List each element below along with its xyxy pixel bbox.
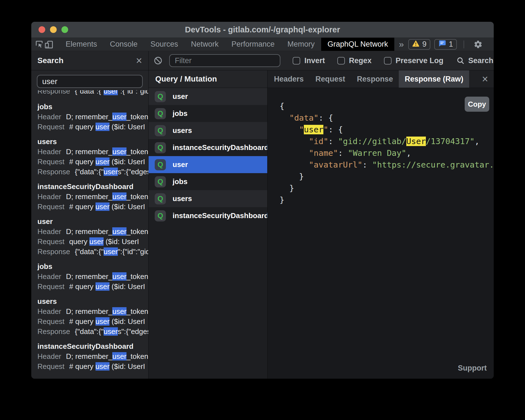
- search-result-section: userHeaderD; remember_user_token=eReques…: [37, 216, 148, 257]
- preserve-log-checkbox[interactable]: [384, 57, 392, 65]
- search-results: Response{"data":{"user":{"id":"gid jobsH…: [31, 90, 148, 379]
- result-operation-name: users: [37, 137, 148, 147]
- preserve-log-label: Preserve Log: [396, 56, 443, 65]
- close-window-button[interactable]: [39, 26, 45, 33]
- query-item-label: user: [173, 92, 188, 101]
- clipped-result-line-text: Response{"data":{"user":{"id":"gid: [37, 90, 148, 96]
- query-list: QuserQjobsQusersQinstanceSecurityDashboa…: [149, 88, 267, 224]
- toolbar-row: Search × Invert Regex Preserve Log: [31, 51, 494, 70]
- tab-request[interactable]: Request: [310, 70, 351, 88]
- response-raw-content: Copy { "data": { "user": { "id": "gid://…: [268, 88, 494, 379]
- query-list-item[interactable]: Qusers: [149, 190, 267, 207]
- settings-gear-icon[interactable]: [474, 40, 483, 49]
- search-result-line[interactable]: HeaderD; remember_user_token=e: [37, 271, 148, 281]
- query-list-item[interactable]: Quser: [149, 88, 267, 105]
- result-operation-name: jobs: [37, 102, 148, 112]
- query-mutation-panel: Query / Mutation QuserQjobsQusersQinstan…: [149, 70, 268, 379]
- search-input[interactable]: [37, 75, 143, 88]
- query-panel-title: Query / Mutation: [149, 70, 267, 88]
- query-list-item[interactable]: QinstanceSecurityDashboard: [149, 139, 267, 156]
- query-type-icon: Q: [155, 210, 166, 221]
- tab-console[interactable]: Console: [104, 38, 144, 51]
- search-result-line[interactable]: HeaderD; remember_user_token=e: [37, 351, 148, 361]
- search-result-line[interactable]: HeaderD; remember_user_token=e: [37, 306, 148, 316]
- response-raw-json: { "data": { "user": { "id": "gid://gitla…: [268, 88, 494, 206]
- query-item-label: jobs: [173, 177, 187, 186]
- devtools-window: DevTools - gitlab.com/-/graphql-explorer…: [31, 22, 494, 379]
- result-operation-name: instanceSecurityDashboard: [37, 341, 148, 351]
- search-result-line[interactable]: Request# query user ($id: UserI: [37, 361, 148, 371]
- search-result-line[interactable]: HeaderD; remember_user_token=e: [37, 147, 148, 157]
- filter-bar: Invert Regex Preserve Log Search: [149, 51, 494, 70]
- filter-input[interactable]: [169, 54, 280, 67]
- search-icon: [456, 56, 465, 65]
- search-result-line[interactable]: HeaderD; remember_user_token=e: [37, 192, 148, 202]
- query-list-item[interactable]: Quser: [149, 156, 267, 173]
- search-result-line[interactable]: Request# query user ($id: UserI: [37, 316, 148, 326]
- devtools-tabbar: Elements Console Sources Network Perform…: [31, 38, 494, 51]
- regex-label: Regex: [349, 56, 372, 65]
- device-toolbar-icon[interactable]: [44, 38, 54, 51]
- tab-network[interactable]: Network: [185, 38, 225, 51]
- more-tabs-icon[interactable]: »: [394, 38, 408, 51]
- query-list-item[interactable]: Qjobs: [149, 173, 267, 190]
- inspect-element-icon[interactable]: [35, 38, 44, 51]
- search-result-line[interactable]: HeaderD; remember_user_token=e: [37, 112, 148, 122]
- search-result-line[interactable]: Request# query user ($id: UserI: [37, 202, 148, 212]
- tab-response-raw[interactable]: Response (Raw): [399, 70, 469, 88]
- query-item-label: users: [173, 126, 192, 135]
- copy-button[interactable]: Copy: [465, 97, 489, 112]
- invert-checkbox[interactable]: [293, 57, 300, 65]
- query-type-icon: Q: [155, 108, 166, 119]
- traffic-lights: [39, 22, 68, 37]
- detail-close-icon[interactable]: ×: [482, 70, 488, 88]
- search-close-icon[interactable]: ×: [136, 55, 142, 66]
- clipped-result-line[interactable]: Response{"data":{"user":{"id":"gid: [37, 90, 148, 97]
- search-result-section: jobsHeaderD; remember_user_token=eReques…: [37, 102, 148, 132]
- tab-memory[interactable]: Memory: [281, 38, 321, 51]
- maximize-window-button[interactable]: [61, 26, 68, 33]
- tab-elements[interactable]: Elements: [59, 38, 104, 51]
- search-toggle[interactable]: Search: [456, 56, 493, 65]
- query-item-label: users: [173, 194, 192, 203]
- search-result-line[interactable]: Request# query user ($id: UserI: [37, 281, 148, 292]
- warning-count: 9: [422, 40, 426, 49]
- search-toggle-label: Search: [468, 56, 493, 65]
- search-panel: Response{"data":{"user":{"id":"gid jobsH…: [31, 70, 149, 379]
- query-type-icon: Q: [155, 159, 166, 170]
- tab-performance[interactable]: Performance: [225, 38, 281, 51]
- search-result-section: usersHeaderD; remember_user_token=eReque…: [37, 137, 148, 177]
- clear-icon[interactable]: [154, 56, 163, 65]
- tab-headers[interactable]: Headers: [268, 70, 310, 88]
- search-result-line[interactable]: Response{"data":{"user":{"id":"gid: [37, 247, 148, 257]
- query-type-icon: Q: [155, 125, 166, 136]
- search-result-line[interactable]: Request# query user ($id: UserI: [37, 157, 148, 167]
- search-panel-header: Search ×: [31, 51, 149, 70]
- query-list-item[interactable]: Qusers: [149, 122, 267, 139]
- tab-response[interactable]: Response: [351, 70, 399, 88]
- kebab-menu-icon[interactable]: [492, 38, 494, 51]
- query-list-item[interactable]: QinstanceSecurityDashboard: [149, 207, 267, 224]
- regex-checkbox-group: Regex: [337, 56, 372, 65]
- search-result-line[interactable]: Requestquery user ($id: UserI: [37, 237, 148, 247]
- query-list-item[interactable]: Qjobs: [149, 105, 267, 122]
- search-panel-title: Search: [37, 56, 136, 65]
- warnings-badge[interactable]: 9: [408, 39, 430, 50]
- result-operation-name: users: [37, 296, 148, 306]
- search-result-line[interactable]: Response{"data":{"users":{"edges: [37, 167, 148, 177]
- invert-checkbox-group: Invert: [293, 56, 325, 65]
- badge-divider: [464, 40, 464, 48]
- search-result-line[interactable]: HeaderD; remember_user_token=e: [37, 226, 148, 237]
- result-operation-name: jobs: [37, 261, 148, 271]
- search-result-line[interactable]: Response{"data":{"users":{"edges: [37, 326, 148, 337]
- search-result-line[interactable]: Request# query user ($id: UserI: [37, 122, 148, 132]
- regex-checkbox[interactable]: [337, 57, 345, 65]
- support-link[interactable]: Support: [458, 364, 487, 373]
- window-title: DevTools - gitlab.com/-/graphql-explorer: [185, 25, 340, 34]
- tab-graphql-network[interactable]: GraphQL Network: [321, 38, 395, 51]
- query-item-label: instanceSecurityDashboard: [173, 143, 267, 152]
- minimize-window-button[interactable]: [50, 26, 57, 33]
- preserve-log-checkbox-group: Preserve Log: [384, 56, 443, 65]
- tab-sources[interactable]: Sources: [144, 38, 185, 51]
- messages-badge[interactable]: 1: [434, 39, 457, 50]
